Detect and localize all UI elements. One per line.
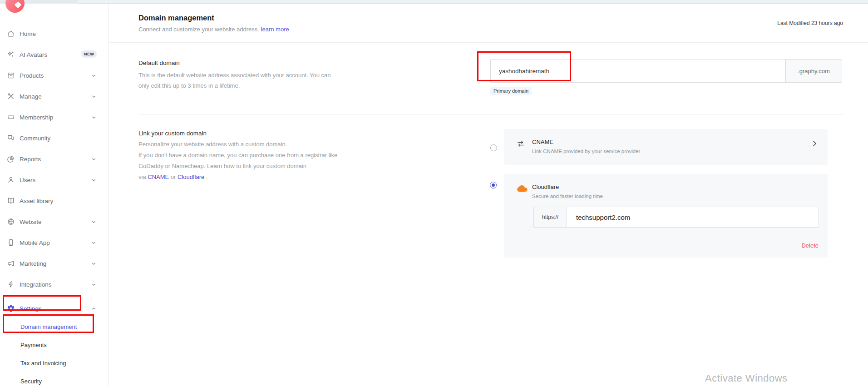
chevron-down-icon: [91, 282, 97, 288]
cname-option-card[interactable]: CNAME Link CNAME provided by your servic…: [504, 129, 828, 165]
sidebar-item-mobile-app[interactable]: Mobile App: [0, 237, 109, 248]
sidebar-item-settings[interactable]: Settings: [0, 303, 109, 314]
cloudflare-radio[interactable]: [490, 182, 497, 189]
url-protocol-text: https://: [542, 214, 558, 220]
custom-domain-desc-line3: GoDaddy or Namecheap. Learn how to link …: [138, 161, 337, 172]
cloudflare-cloud-icon: [517, 184, 528, 194]
custom-domain-url-input[interactable]: [567, 207, 819, 228]
chevron-up-icon: [91, 306, 97, 312]
new-badge: NEW: [81, 50, 97, 58]
sidebar-item-website[interactable]: Website: [0, 216, 109, 227]
sidebar-item-marketing[interactable]: Marketing: [0, 258, 109, 269]
sidebar-item-label: Users: [20, 177, 35, 184]
sidebar-item-label: Asset library: [20, 198, 53, 204]
desc-period-text: .: [206, 174, 208, 180]
sidebar-item-integrations[interactable]: Integrations: [0, 279, 109, 290]
sidebar-item-users[interactable]: Users: [0, 174, 109, 185]
cloudflare-link[interactable]: Cloudflare: [178, 174, 204, 180]
sidebar-subitem-label: Payments: [20, 342, 47, 348]
sidebar-item-label: Marketing: [20, 260, 46, 267]
megaphone-icon: [7, 259, 15, 268]
sidebar-item-reports[interactable]: Reports: [0, 154, 109, 164]
chat-icon: [7, 134, 15, 142]
delete-domain-button[interactable]: Delete: [801, 242, 819, 249]
sidebar-item-label: Community: [20, 135, 50, 142]
page-title: Domain management: [138, 14, 214, 22]
page-subtitle-text: Connect and customize your website addre…: [138, 26, 259, 33]
sidebar-item-products[interactable]: Products: [0, 70, 109, 81]
cname-option-subtitle: Link CNAME provided by your service prov…: [532, 149, 640, 154]
domain-suffix-text: .graphy.com: [798, 68, 830, 74]
chevron-down-icon: [91, 94, 97, 99]
chevron-down-icon: [91, 73, 97, 79]
default-domain-description: This is the default website address asso…: [138, 70, 343, 91]
header-divider: [109, 42, 868, 43]
chevron-down-icon: [91, 240, 97, 246]
cname-radio[interactable]: [490, 144, 497, 151]
sidebar-subitem-payments[interactable]: Payments: [0, 339, 109, 350]
custom-domain-desc-line1: Personalize your website address with a …: [138, 139, 337, 150]
default-domain-title: Default domain: [138, 60, 180, 66]
custom-domain-desc-line4: via CNAME or Cloudflare .: [138, 172, 337, 183]
cname-arrows-icon: [517, 139, 528, 149]
book-icon: [7, 197, 15, 205]
section-divider: [138, 114, 844, 114]
custom-domain-description: Personalize your website address with a …: [138, 139, 337, 183]
sidebar-subitem-domain-management[interactable]: Domain management: [0, 321, 109, 332]
custom-domain-desc-line2: If you don't have a domain name, you can…: [138, 150, 337, 161]
chevron-down-icon: [91, 177, 97, 183]
sidebar-item-community[interactable]: Community: [0, 133, 109, 144]
sidebar-subitem-tax-and-invoicing[interactable]: Tax and Invoicing: [0, 357, 109, 368]
activate-windows-watermark: Activate Windows: [705, 372, 788, 384]
learn-more-link[interactable]: learn more: [261, 26, 289, 33]
desc-or-text: or: [171, 174, 176, 180]
sidebar-item-label: Home: [20, 30, 36, 37]
pie-chart-icon: [7, 155, 15, 163]
default-domain-input[interactable]: [490, 59, 786, 83]
sidebar-item-home[interactable]: Home: [0, 28, 109, 39]
last-modified-text: Last Modified 23 hours ago: [777, 20, 843, 26]
cname-link[interactable]: CNAME: [148, 174, 169, 180]
chevron-down-icon: [91, 219, 97, 225]
sidebar-subitem-label: Tax and Invoicing: [20, 360, 66, 367]
phone-icon: [7, 238, 15, 247]
desc-via-text: via: [138, 174, 146, 180]
cloudflare-option-title: Cloudflare: [532, 184, 559, 190]
sidebar-item-membership[interactable]: Membership: [0, 112, 109, 123]
sidebar-item-label: Settings: [20, 305, 42, 312]
page-subtitle: Connect and customize your website addre…: [138, 26, 289, 33]
app-logo[interactable]: [5, 0, 25, 13]
chevron-down-icon: [91, 261, 97, 267]
zap-icon: [7, 280, 15, 288]
sidebar-item-label: Integrations: [20, 281, 52, 288]
sidebar-subitem-label: Security: [20, 378, 42, 385]
cloudflare-option-card: Cloudflare Secure and faster loading tim…: [504, 174, 828, 258]
globe-icon: [7, 218, 15, 226]
primary-domain-badge: Primary domain: [490, 87, 532, 95]
sparkles-icon: [7, 50, 15, 59]
url-protocol-prefix: https://: [533, 207, 567, 228]
ticket-icon: [7, 113, 15, 121]
app-root: Home AI Avatars NEW Products Manage: [0, 0, 868, 387]
user-icon: [7, 176, 15, 184]
sidebar-item-label: Reports: [20, 156, 41, 163]
domain-suffix-box: .graphy.com: [785, 59, 842, 83]
sidebar-item-label: Products: [20, 72, 44, 79]
sidebar-item-label: AI Avatars: [20, 51, 47, 58]
home-icon: [7, 30, 15, 38]
sidebar-item-label: Manage: [20, 93, 42, 100]
sidebar-subitem-security[interactable]: Security: [0, 376, 109, 387]
browser-edge-strip: [0, 0, 868, 4]
sidebar: Home AI Avatars NEW Products Manage: [0, 4, 109, 387]
box-icon: [7, 71, 15, 79]
sidebar-item-manage[interactable]: Manage: [0, 91, 109, 102]
sidebar-item-label: Membership: [20, 114, 53, 121]
chevron-right-icon[interactable]: [811, 140, 818, 147]
cloudflare-option-subtitle: Secure and faster loading time: [532, 194, 603, 199]
sidebar-item-asset-library[interactable]: Asset library: [0, 195, 109, 206]
custom-domain-title: Link your custom domain: [138, 130, 207, 137]
logo-diamond-icon: [15, 1, 22, 9]
cname-option-title: CNAME: [532, 139, 553, 145]
gear-icon: [7, 304, 15, 313]
sidebar-item-ai-avatars[interactable]: AI Avatars NEW: [0, 49, 109, 60]
